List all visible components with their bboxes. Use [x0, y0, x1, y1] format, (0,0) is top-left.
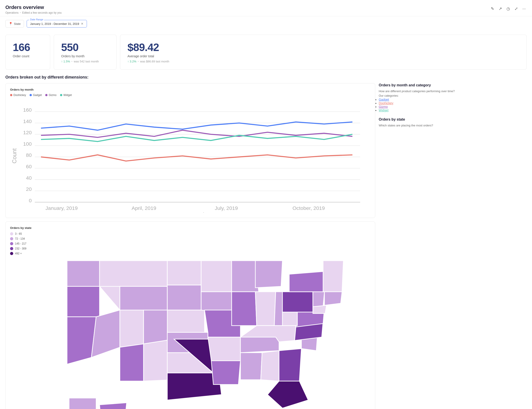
filters-bar: 📍 State Date Range January 1, 2019 - Dec… [0, 16, 532, 31]
edit-button[interactable]: ✎ [490, 5, 495, 12]
legend-label-1: 3 - 65 [15, 232, 22, 235]
legend-dot-widget [60, 94, 62, 96]
legend-label-2: 72 - 134 [15, 237, 25, 240]
legend-label-4: 232 - 309 [15, 247, 27, 250]
legend-label-widget: Widget [63, 93, 72, 97]
history-button[interactable]: ◷ [505, 5, 511, 12]
state-nd [167, 261, 201, 286]
page-title: Orders overview [5, 4, 62, 10]
line-chart-svg-wrap: Count 0 20 40 60 80 100 120 140 160 [10, 99, 370, 213]
swatch-4 [10, 247, 13, 250]
legend-dot-gizmo [45, 94, 48, 96]
legend-doohickey: Doohickey [10, 93, 26, 97]
pin-icon: 📍 [9, 22, 12, 26]
state-mn [201, 261, 232, 292]
state-pa [283, 292, 313, 312]
state-ga [279, 349, 301, 381]
kpi-value-order-count: 166 [13, 41, 43, 54]
section-title: Orders broken out by different dimension… [5, 75, 527, 80]
state-mi [255, 261, 283, 288]
legend-label-gadget: Gadget [33, 93, 42, 97]
kpi-card-order-count: 166 Order count [5, 35, 50, 70]
categories-list: Gadget Doohickey Gizmo Widget [379, 98, 527, 112]
legend-widget: Widget [60, 93, 72, 97]
expand-button[interactable]: ⤢ [514, 5, 519, 12]
category-link-widget[interactable]: Widget [379, 109, 389, 112]
state-mt [99, 261, 167, 286]
page-header: Orders overview Operations • Edited a fe… [0, 0, 532, 16]
svg-text:20: 20 [26, 186, 32, 192]
trend-arrow-avg: ↑ 3.2% [127, 60, 136, 63]
state-ms [240, 353, 262, 380]
map-card: Orders by state 3 - 65 72 - 134 [5, 221, 375, 409]
more-button[interactable]: ··· [522, 6, 527, 12]
line-gizmo [41, 130, 352, 137]
us-map-wrap [32, 232, 370, 409]
legend-item-1: 3 - 65 [10, 232, 27, 235]
trend-arrow: ↑ 1.5% [61, 60, 70, 63]
svg-text:April, 2019: April, 2019 [132, 205, 156, 211]
state-ut [120, 310, 143, 347]
category-link-gizmo[interactable]: Gizmo [379, 105, 388, 109]
state-ne-states [323, 261, 343, 292]
header-actions: ✎ ↗ ◷ ⤢ ··· [490, 5, 527, 12]
clear-date-button[interactable]: ✕ [81, 22, 84, 26]
charts-grid: Orders by month Doohickey Gadget Gizm [5, 83, 527, 409]
legend-label-gizmo: Gizmo [49, 93, 57, 97]
line-chart-title: Orders by month [10, 88, 370, 91]
kpi-trend-avg-order: ↑ 3.2% • was $86.69 last month [127, 60, 519, 63]
swatch-3 [10, 242, 13, 245]
state-ny [289, 271, 324, 294]
kpi-trend-orders-month: ↑ 1.5% • was 542 last month [61, 60, 109, 63]
state-or [67, 286, 99, 317]
legend-item-4: 232 - 309 [10, 247, 27, 250]
line-widget [41, 134, 352, 141]
chart-left-column: Orders by month Doohickey Gadget Gizm [5, 83, 375, 409]
line-chart-card: Orders by month Doohickey Gadget Gizm [5, 83, 375, 218]
state-md [313, 305, 326, 313]
external-link-button[interactable]: ↗ [498, 5, 503, 12]
categories-info-section: Orders by month and category How are dif… [379, 83, 527, 112]
kpi-label-order-count: Order count [13, 54, 43, 58]
edit-meta: Edited a few seconds ago by you [22, 11, 62, 14]
svg-text:60: 60 [26, 164, 32, 169]
legend-gizmo: Gizmo [45, 93, 57, 97]
chart-legend: Doohickey Gadget Gizmo Widget [10, 93, 370, 97]
category-link-gadget[interactable]: Gadget [379, 98, 389, 101]
svg-text:100: 100 [23, 141, 32, 147]
state-section-title: Orders by state [379, 118, 527, 121]
kpi-value-orders-month: 550 [61, 41, 109, 54]
category-doohickey: Doohickey [379, 101, 527, 105]
category-widget: Widget [379, 109, 527, 112]
kpi-label-avg-order: Average order total [127, 54, 519, 58]
state-ak [69, 398, 96, 409]
date-range-filter[interactable]: Date Range January 1, 2019 - December 31… [27, 20, 87, 27]
state-mass [324, 292, 342, 305]
state-la [211, 361, 240, 384]
line-doohickey [41, 155, 352, 161]
state-section-description: Which states are placing the most orders… [379, 123, 527, 128]
state-in [255, 292, 276, 326]
legend-label-5: 492 + [15, 252, 22, 255]
legend-gadget: Gadget [29, 93, 42, 97]
legend-item-5: 492 + [10, 252, 27, 255]
date-range-label: Date Range [29, 18, 44, 21]
y-axis-label: Count [11, 148, 18, 163]
swatch-5 [10, 252, 13, 255]
legend-label-3: 145 - 217 [15, 242, 27, 245]
category-gadget: Gadget [379, 98, 527, 101]
svg-text:October, 2019: October, 2019 [293, 205, 325, 211]
breadcrumb[interactable]: Operations [5, 11, 19, 14]
svg-text:80: 80 [26, 152, 32, 158]
kpi-label-orders-month: Orders by month [61, 54, 109, 58]
state-al [261, 351, 279, 381]
svg-text:160: 160 [23, 107, 32, 113]
svg-text:0: 0 [29, 198, 32, 203]
svg-text:January, 2019: January, 2019 [46, 205, 78, 211]
state-filter[interactable]: 📍 State [5, 20, 24, 27]
category-gizmo: Gizmo [379, 105, 527, 109]
category-link-doohickey[interactable]: Doohickey [379, 101, 393, 105]
line-chart-svg: Count 0 20 40 60 80 100 120 140 160 [10, 99, 370, 213]
svg-text:120: 120 [23, 129, 32, 135]
categories-description: How are different product categories per… [379, 89, 527, 93]
